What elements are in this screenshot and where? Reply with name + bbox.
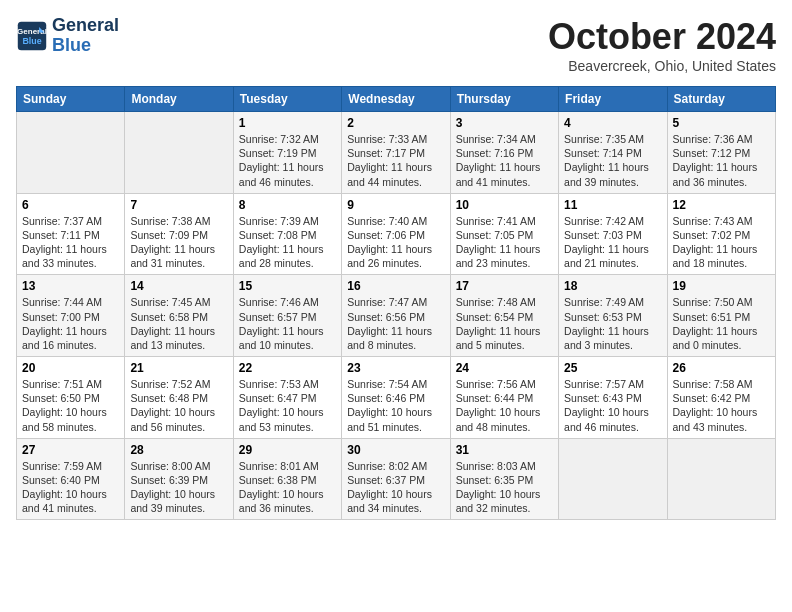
calendar-table: SundayMondayTuesdayWednesdayThursdayFrid…: [16, 86, 776, 520]
day-number: 14: [130, 279, 227, 293]
day-info: Sunrise: 7:34 AM Sunset: 7:16 PM Dayligh…: [456, 132, 553, 189]
day-number: 26: [673, 361, 770, 375]
day-info: Sunrise: 7:41 AM Sunset: 7:05 PM Dayligh…: [456, 214, 553, 271]
calendar-cell: 31Sunrise: 8:03 AM Sunset: 6:35 PM Dayli…: [450, 438, 558, 520]
day-info: Sunrise: 7:39 AM Sunset: 7:08 PM Dayligh…: [239, 214, 336, 271]
day-number: 15: [239, 279, 336, 293]
day-number: 6: [22, 198, 119, 212]
calendar-cell: [559, 438, 667, 520]
day-info: Sunrise: 7:37 AM Sunset: 7:11 PM Dayligh…: [22, 214, 119, 271]
day-number: 21: [130, 361, 227, 375]
day-info: Sunrise: 7:53 AM Sunset: 6:47 PM Dayligh…: [239, 377, 336, 434]
day-info: Sunrise: 8:01 AM Sunset: 6:38 PM Dayligh…: [239, 459, 336, 516]
day-info: Sunrise: 7:35 AM Sunset: 7:14 PM Dayligh…: [564, 132, 661, 189]
day-number: 11: [564, 198, 661, 212]
day-number: 18: [564, 279, 661, 293]
day-number: 25: [564, 361, 661, 375]
day-info: Sunrise: 8:03 AM Sunset: 6:35 PM Dayligh…: [456, 459, 553, 516]
day-number: 16: [347, 279, 444, 293]
day-number: 31: [456, 443, 553, 457]
svg-text:Blue: Blue: [22, 36, 41, 46]
calendar-cell: 9Sunrise: 7:40 AM Sunset: 7:06 PM Daylig…: [342, 193, 450, 275]
day-info: Sunrise: 7:51 AM Sunset: 6:50 PM Dayligh…: [22, 377, 119, 434]
weekday-row: SundayMondayTuesdayWednesdayThursdayFrid…: [17, 87, 776, 112]
calendar-cell: 4Sunrise: 7:35 AM Sunset: 7:14 PM Daylig…: [559, 112, 667, 194]
day-info: Sunrise: 7:40 AM Sunset: 7:06 PM Dayligh…: [347, 214, 444, 271]
day-info: Sunrise: 7:59 AM Sunset: 6:40 PM Dayligh…: [22, 459, 119, 516]
week-row-4: 20Sunrise: 7:51 AM Sunset: 6:50 PM Dayli…: [17, 357, 776, 439]
day-number: 2: [347, 116, 444, 130]
day-info: Sunrise: 7:43 AM Sunset: 7:02 PM Dayligh…: [673, 214, 770, 271]
day-info: Sunrise: 7:49 AM Sunset: 6:53 PM Dayligh…: [564, 295, 661, 352]
weekday-tuesday: Tuesday: [233, 87, 341, 112]
day-number: 9: [347, 198, 444, 212]
calendar-cell: 30Sunrise: 8:02 AM Sunset: 6:37 PM Dayli…: [342, 438, 450, 520]
week-row-5: 27Sunrise: 7:59 AM Sunset: 6:40 PM Dayli…: [17, 438, 776, 520]
day-number: 17: [456, 279, 553, 293]
weekday-wednesday: Wednesday: [342, 87, 450, 112]
calendar-body: 1Sunrise: 7:32 AM Sunset: 7:19 PM Daylig…: [17, 112, 776, 520]
day-number: 23: [347, 361, 444, 375]
calendar-cell: 7Sunrise: 7:38 AM Sunset: 7:09 PM Daylig…: [125, 193, 233, 275]
week-row-2: 6Sunrise: 7:37 AM Sunset: 7:11 PM Daylig…: [17, 193, 776, 275]
day-number: 4: [564, 116, 661, 130]
day-info: Sunrise: 7:58 AM Sunset: 6:42 PM Dayligh…: [673, 377, 770, 434]
day-number: 5: [673, 116, 770, 130]
calendar-cell: 25Sunrise: 7:57 AM Sunset: 6:43 PM Dayli…: [559, 357, 667, 439]
day-number: 8: [239, 198, 336, 212]
calendar-cell: 23Sunrise: 7:54 AM Sunset: 6:46 PM Dayli…: [342, 357, 450, 439]
calendar-cell: 15Sunrise: 7:46 AM Sunset: 6:57 PM Dayli…: [233, 275, 341, 357]
calendar-cell: 29Sunrise: 8:01 AM Sunset: 6:38 PM Dayli…: [233, 438, 341, 520]
calendar-cell: 6Sunrise: 7:37 AM Sunset: 7:11 PM Daylig…: [17, 193, 125, 275]
calendar-header: SundayMondayTuesdayWednesdayThursdayFrid…: [17, 87, 776, 112]
calendar-cell: 21Sunrise: 7:52 AM Sunset: 6:48 PM Dayli…: [125, 357, 233, 439]
week-row-1: 1Sunrise: 7:32 AM Sunset: 7:19 PM Daylig…: [17, 112, 776, 194]
title-block: October 2024 Beavercreek, Ohio, United S…: [548, 16, 776, 74]
calendar-cell: 22Sunrise: 7:53 AM Sunset: 6:47 PM Dayli…: [233, 357, 341, 439]
calendar-cell: 20Sunrise: 7:51 AM Sunset: 6:50 PM Dayli…: [17, 357, 125, 439]
calendar-cell: 19Sunrise: 7:50 AM Sunset: 6:51 PM Dayli…: [667, 275, 775, 357]
calendar-cell: 8Sunrise: 7:39 AM Sunset: 7:08 PM Daylig…: [233, 193, 341, 275]
day-number: 24: [456, 361, 553, 375]
day-info: Sunrise: 7:56 AM Sunset: 6:44 PM Dayligh…: [456, 377, 553, 434]
day-info: Sunrise: 7:57 AM Sunset: 6:43 PM Dayligh…: [564, 377, 661, 434]
day-number: 1: [239, 116, 336, 130]
day-info: Sunrise: 7:36 AM Sunset: 7:12 PM Dayligh…: [673, 132, 770, 189]
calendar-cell: 16Sunrise: 7:47 AM Sunset: 6:56 PM Dayli…: [342, 275, 450, 357]
calendar-cell: 11Sunrise: 7:42 AM Sunset: 7:03 PM Dayli…: [559, 193, 667, 275]
day-number: 27: [22, 443, 119, 457]
logo: General Blue General Blue: [16, 16, 119, 56]
calendar-cell: 1Sunrise: 7:32 AM Sunset: 7:19 PM Daylig…: [233, 112, 341, 194]
calendar-cell: 26Sunrise: 7:58 AM Sunset: 6:42 PM Dayli…: [667, 357, 775, 439]
logo-text: General Blue: [52, 16, 119, 56]
calendar-cell: [125, 112, 233, 194]
calendar-cell: 17Sunrise: 7:48 AM Sunset: 6:54 PM Dayli…: [450, 275, 558, 357]
day-info: Sunrise: 7:32 AM Sunset: 7:19 PM Dayligh…: [239, 132, 336, 189]
day-info: Sunrise: 7:47 AM Sunset: 6:56 PM Dayligh…: [347, 295, 444, 352]
day-number: 22: [239, 361, 336, 375]
logo-icon: General Blue: [16, 20, 48, 52]
week-row-3: 13Sunrise: 7:44 AM Sunset: 7:00 PM Dayli…: [17, 275, 776, 357]
weekday-sunday: Sunday: [17, 87, 125, 112]
day-info: Sunrise: 7:44 AM Sunset: 7:00 PM Dayligh…: [22, 295, 119, 352]
day-info: Sunrise: 7:48 AM Sunset: 6:54 PM Dayligh…: [456, 295, 553, 352]
calendar-cell: 10Sunrise: 7:41 AM Sunset: 7:05 PM Dayli…: [450, 193, 558, 275]
day-info: Sunrise: 8:00 AM Sunset: 6:39 PM Dayligh…: [130, 459, 227, 516]
day-info: Sunrise: 7:45 AM Sunset: 6:58 PM Dayligh…: [130, 295, 227, 352]
calendar-cell: 13Sunrise: 7:44 AM Sunset: 7:00 PM Dayli…: [17, 275, 125, 357]
calendar-cell: [17, 112, 125, 194]
day-info: Sunrise: 7:38 AM Sunset: 7:09 PM Dayligh…: [130, 214, 227, 271]
day-number: 13: [22, 279, 119, 293]
page-header: General Blue General Blue October 2024 B…: [16, 16, 776, 74]
calendar-cell: 27Sunrise: 7:59 AM Sunset: 6:40 PM Dayli…: [17, 438, 125, 520]
day-number: 3: [456, 116, 553, 130]
calendar-cell: [667, 438, 775, 520]
day-number: 28: [130, 443, 227, 457]
weekday-monday: Monday: [125, 87, 233, 112]
calendar-subtitle: Beavercreek, Ohio, United States: [548, 58, 776, 74]
calendar-cell: 14Sunrise: 7:45 AM Sunset: 6:58 PM Dayli…: [125, 275, 233, 357]
day-info: Sunrise: 7:52 AM Sunset: 6:48 PM Dayligh…: [130, 377, 227, 434]
day-number: 12: [673, 198, 770, 212]
calendar-cell: 24Sunrise: 7:56 AM Sunset: 6:44 PM Dayli…: [450, 357, 558, 439]
calendar-cell: 18Sunrise: 7:49 AM Sunset: 6:53 PM Dayli…: [559, 275, 667, 357]
